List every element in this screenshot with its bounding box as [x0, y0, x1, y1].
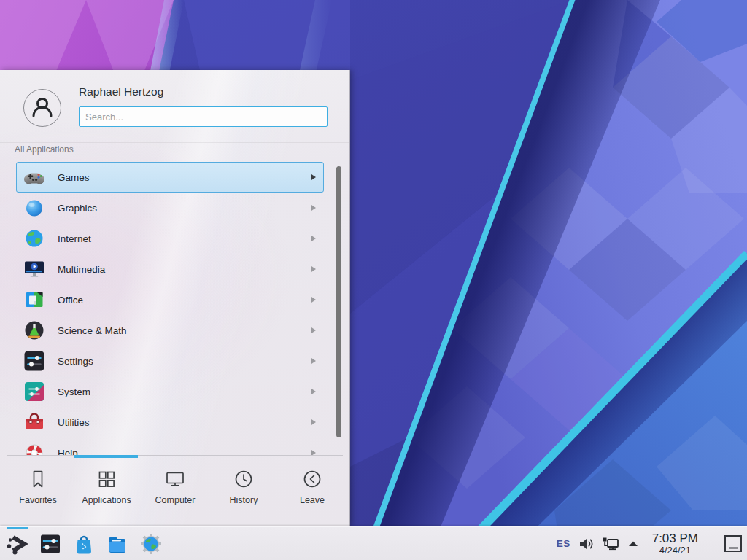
science-icon [23, 319, 46, 342]
launcher-header: Raphael Hertzog [0, 70, 349, 143]
discover-icon [72, 532, 96, 556]
tray-divider [711, 532, 711, 556]
show-desktop-button[interactable] [719, 527, 747, 560]
system-icon [23, 380, 46, 403]
app-launcher-button[interactable] [0, 527, 34, 560]
volume-icon[interactable] [577, 535, 595, 553]
system-tray: ES [557, 527, 747, 560]
scrollbar[interactable] [336, 166, 341, 438]
tab-label: Leave [300, 495, 325, 505]
internet-icon [23, 227, 46, 250]
help-icon [23, 441, 46, 455]
category-science-math[interactable]: Science & Math [16, 315, 324, 346]
submenu-arrow-icon [311, 174, 316, 180]
text-caret [82, 110, 82, 123]
history-clock-icon [233, 468, 255, 490]
tab-applications[interactable]: Applications [72, 459, 141, 525]
clock-time: 7:03 PM [652, 532, 698, 545]
tab-leave[interactable]: Leave [278, 459, 347, 525]
submenu-arrow-icon [311, 236, 316, 241]
user-name: Raphael Hertzog [79, 85, 163, 98]
search-input[interactable] [79, 106, 328, 127]
category-label: Utilities [58, 417, 311, 428]
category-label: Multimedia [58, 264, 311, 275]
active-task-indicator [7, 527, 28, 529]
submenu-arrow-icon [311, 297, 316, 303]
network-icon[interactable] [601, 535, 620, 553]
tab-label: History [230, 495, 258, 505]
web-browser-button[interactable] [134, 527, 168, 560]
category-help[interactable]: Help [16, 438, 324, 455]
tab-computer[interactable]: Computer [141, 459, 209, 525]
user-icon [28, 93, 57, 122]
discover-button[interactable] [67, 527, 101, 560]
category-system[interactable]: System [16, 376, 324, 407]
expand-tray-icon[interactable] [627, 537, 640, 551]
office-icon [23, 288, 46, 311]
application-launcher-menu: Raphael Hertzog All Applications [0, 70, 350, 526]
category-label: Internet [58, 233, 311, 244]
tab-label: Computer [155, 495, 196, 505]
submenu-arrow-icon [311, 450, 316, 455]
games-icon [23, 166, 46, 189]
category-label: Science & Math [58, 325, 311, 336]
category-label: Office [58, 295, 311, 306]
category-label: Help [58, 448, 311, 456]
desktop[interactable]: Raphael Hertzog All Applications [0, 0, 747, 560]
category-label: Graphics [58, 203, 311, 214]
category-list: Games Graphics [0, 162, 350, 455]
folder-icon [106, 532, 129, 556]
browser-globe-icon [139, 532, 163, 556]
kde-launcher-icon [5, 532, 28, 556]
tab-history[interactable]: History [209, 459, 278, 525]
launcher-tab-bar: Favorites Applications Computer [0, 459, 350, 525]
system-settings-button[interactable] [34, 527, 67, 560]
category-label: Games [58, 172, 311, 183]
tab-label: Favorites [19, 495, 56, 505]
file-manager-button[interactable] [101, 527, 134, 560]
category-settings[interactable]: Settings [16, 346, 324, 376]
category-label: Settings [58, 356, 311, 367]
utilities-icon [23, 411, 46, 434]
submenu-arrow-icon [311, 327, 316, 333]
submenu-arrow-icon [311, 419, 316, 425]
category-multimedia[interactable]: Multimedia [16, 254, 324, 284]
category-internet[interactable]: Internet [16, 223, 324, 254]
system-settings-icon [39, 532, 62, 556]
bookmark-icon [27, 468, 49, 490]
category-label: System [58, 386, 311, 397]
applications-grid-icon [96, 468, 117, 490]
category-office[interactable]: Office [16, 284, 324, 315]
computer-icon [164, 468, 186, 490]
section-label: All Applications [15, 144, 74, 155]
category-games[interactable]: Games [16, 162, 324, 192]
multimedia-icon [23, 257, 46, 281]
settings-icon [23, 349, 46, 373]
submenu-arrow-icon [311, 358, 316, 364]
active-tab-indicator [74, 455, 138, 458]
tab-label: Applications [82, 495, 131, 505]
category-utilities[interactable]: Utilities [16, 407, 324, 438]
tab-favorites[interactable]: Favorites [4, 459, 72, 525]
digital-clock[interactable]: 7:03 PM 4/24/21 [652, 532, 698, 556]
clock-date: 4/24/21 [652, 545, 698, 556]
submenu-arrow-icon [311, 266, 316, 272]
user-avatar[interactable] [23, 89, 61, 127]
keyboard-layout-indicator[interactable]: ES [557, 538, 570, 549]
taskbar: ES [0, 526, 747, 560]
leave-icon [301, 468, 323, 490]
show-desktop-icon [723, 534, 743, 553]
category-graphics[interactable]: Graphics [16, 192, 324, 223]
footer-separator [7, 455, 343, 456]
submenu-arrow-icon [311, 205, 316, 211]
submenu-arrow-icon [311, 389, 316, 394]
graphics-icon [23, 196, 46, 219]
